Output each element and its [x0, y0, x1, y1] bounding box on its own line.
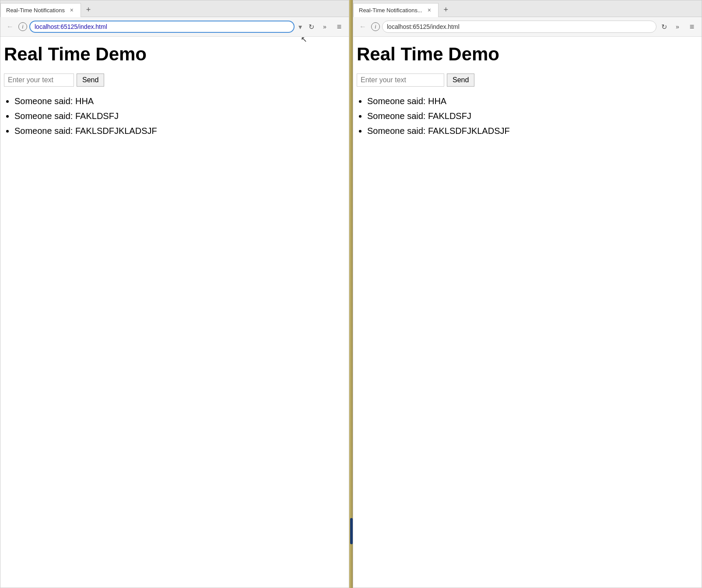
input-row-right: Send — [357, 74, 698, 87]
text-input-right[interactable] — [357, 74, 444, 87]
send-button-right[interactable]: Send — [447, 74, 474, 87]
address-bar-right: ← i ↻ » ≡ — [353, 17, 702, 37]
message-item-right-1: Someone said: FAKLDSFJ — [367, 108, 698, 123]
message-item-right-0: Someone said: HHA — [367, 94, 698, 108]
tab-close-right[interactable]: × — [426, 7, 433, 14]
new-tab-button-left[interactable]: + — [82, 4, 95, 17]
reload-button-left[interactable]: ↻ — [306, 21, 316, 32]
page-content-left: Real Time Demo Send Someone said: HHA So… — [0, 37, 349, 588]
menu-button-left[interactable]: ≡ — [333, 21, 345, 33]
message-item-right-2: Someone said: FAKLSDFJKLADSJF — [367, 123, 698, 138]
tab-close-left[interactable]: × — [68, 7, 75, 14]
menu-button-right[interactable]: ≡ — [686, 21, 698, 33]
messages-list-left: Someone said: HHA Someone said: FAKLDSFJ… — [14, 94, 345, 138]
info-button-right[interactable]: i — [371, 22, 380, 31]
tab-left[interactable]: Real-Time Notifications × — [0, 3, 81, 17]
reload-icon-right: ↻ — [661, 23, 667, 31]
url-input-left[interactable] — [29, 21, 295, 33]
extensions-button-right[interactable]: » — [671, 21, 684, 33]
browser-window-left: Real-Time Notifications × + ← i ▾ ↻ » ≡ … — [0, 0, 349, 588]
message-item-left-0: Someone said: HHA — [14, 94, 345, 108]
message-item-left-2: Someone said: FAKLSDFJKLADSJF — [14, 123, 345, 138]
browser-container: Real-Time Notifications × + ← i ▾ ↻ » ≡ … — [0, 0, 702, 588]
info-icon-right: i — [375, 24, 376, 30]
back-button-right[interactable]: ← — [357, 21, 369, 33]
tab-bar-right: Real-Time Notifications... × + — [353, 0, 702, 17]
messages-list-right: Someone said: HHA Someone said: FAKLDSFJ… — [367, 94, 698, 138]
url-input-right[interactable] — [382, 21, 656, 33]
reload-button-right[interactable]: ↻ — [659, 21, 669, 32]
info-icon-left: i — [22, 24, 23, 30]
tab-bar-left: Real-Time Notifications × + — [0, 0, 349, 17]
info-button-left[interactable]: i — [18, 22, 27, 31]
message-item-left-1: Someone said: FAKLDSFJ — [14, 108, 345, 123]
send-button-left[interactable]: Send — [77, 74, 104, 87]
scrollbar-indicator[interactable] — [350, 518, 353, 544]
window-divider — [349, 0, 353, 588]
page-title-right: Real Time Demo — [357, 44, 698, 65]
address-bar-left: ← i ▾ ↻ » ≡ — [0, 17, 349, 37]
page-content-right: Real Time Demo Send Someone said: HHA So… — [353, 37, 702, 588]
star-icon-left[interactable]: ▾ — [297, 22, 304, 32]
text-input-left[interactable] — [4, 74, 74, 87]
new-tab-button-right[interactable]: + — [439, 4, 453, 17]
page-title-left: Real Time Demo — [4, 44, 345, 65]
input-row-left: Send — [4, 74, 345, 87]
tab-right[interactable]: Real-Time Notifications... × — [353, 3, 439, 17]
browser-window-right: Real-Time Notifications... × + ← i ↻ » ≡… — [353, 0, 702, 588]
tab-title-left: Real-Time Notifications — [6, 7, 65, 14]
back-icon-left: ← — [7, 23, 14, 31]
extensions-button-left[interactable]: » — [319, 21, 331, 33]
back-icon-right: ← — [359, 23, 366, 31]
back-button-left[interactable]: ← — [4, 21, 16, 33]
tab-title-right: Real-Time Notifications... — [359, 7, 422, 14]
reload-icon-left: ↻ — [309, 23, 314, 31]
